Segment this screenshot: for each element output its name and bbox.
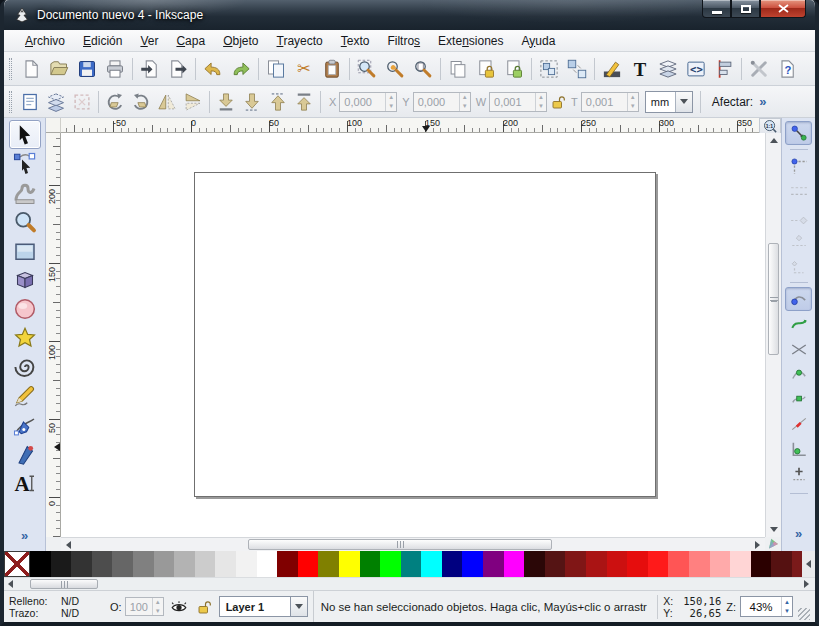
select-all-in-all-layers-button[interactable]: [43, 89, 69, 115]
vertical-ruler[interactable]: 200150100500: [46, 133, 61, 537]
lock-width-height-button[interactable]: [547, 89, 569, 115]
zoom-input-box[interactable]: 43% ▲▼: [740, 596, 793, 617]
menu-item[interactable]: Capa: [167, 31, 214, 51]
palette-swatch[interactable]: [112, 551, 133, 577]
flip-vertical-button[interactable]: [180, 89, 206, 115]
layers-button[interactable]: [654, 55, 682, 83]
zoom-spinner[interactable]: ▲▼: [781, 597, 792, 616]
tool-selector[interactable]: [9, 120, 41, 149]
unit-select[interactable]: mm: [645, 91, 693, 113]
xml-editor-button[interactable]: <>: [682, 55, 710, 83]
rotate-90-cw-button[interactable]: [128, 89, 154, 115]
tool-bezier-pen[interactable]: [9, 410, 41, 439]
color-management-toggle[interactable]: [765, 537, 781, 551]
palette-scrollbar-left-button[interactable]: [8, 578, 13, 590]
menu-item[interactable]: Ver: [131, 31, 167, 51]
scroll-up-button[interactable]: [766, 133, 781, 148]
vertical-scroll-thumb[interactable]: [768, 243, 779, 355]
horizontal-scrollbar[interactable]: [61, 537, 765, 551]
tool-node-editor[interactable]: [9, 149, 41, 178]
menu-item[interactable]: Objeto: [214, 31, 267, 51]
zoom-to-drawing-button[interactable]: [381, 55, 409, 83]
fill-stroke-indicator[interactable]: Relleno:N/D Trazo:N/D: [9, 595, 105, 619]
palette-swatch[interactable]: [524, 551, 545, 577]
cut-button[interactable]: ✂: [290, 55, 318, 83]
horizontal-ruler[interactable]: -50050100150200250300350: [61, 118, 759, 133]
snap-path-intersections-button[interactable]: [785, 337, 812, 361]
snap-cusp-nodes-button[interactable]: [785, 362, 812, 386]
print-document-button[interactable]: [101, 55, 129, 83]
menu-item[interactable]: Extensiones: [429, 31, 512, 51]
layer-lock-toggle[interactable]: [194, 597, 214, 617]
palette-swatch[interactable]: [380, 551, 401, 577]
scroll-down-button[interactable]: [766, 522, 781, 537]
vertical-scrollbar[interactable]: [765, 133, 781, 537]
minimize-button[interactable]: [702, 0, 731, 18]
lower-one-step-button[interactable]: [239, 89, 265, 115]
inkscape-preferences-button[interactable]: [745, 55, 773, 83]
select-all-button[interactable]: [17, 89, 43, 115]
toolbar-grip[interactable]: [9, 91, 12, 113]
tool-box-3d[interactable]: [9, 265, 41, 294]
redo-button[interactable]: [227, 55, 255, 83]
lower-to-bottom-button[interactable]: [213, 89, 239, 115]
menu-item[interactable]: Texto: [332, 31, 379, 51]
palette-swatch[interactable]: [401, 551, 422, 577]
save-document-button[interactable]: [73, 55, 101, 83]
layer-selector[interactable]: Layer 1: [219, 596, 308, 617]
menu-item[interactable]: Trayecto: [268, 31, 332, 51]
palette-swatch[interactable]: [627, 551, 648, 577]
titlebar[interactable]: Documento nuevo 4 - Inkscape: [4, 0, 815, 30]
scroll-right-button[interactable]: [750, 538, 765, 551]
flip-horizontal-button[interactable]: [154, 89, 180, 115]
palette-swatch-none[interactable]: [4, 551, 30, 577]
maximize-button[interactable]: [731, 0, 760, 18]
close-button[interactable]: [760, 0, 806, 18]
palette-swatch[interactable]: [710, 551, 731, 577]
zoom-to-selection-button[interactable]: [353, 55, 381, 83]
palette-swatch[interactable]: [648, 551, 669, 577]
unlink-clone-button[interactable]: [500, 55, 528, 83]
palette-swatch[interactable]: [360, 551, 381, 577]
text-and-font-button[interactable]: T: [626, 55, 654, 83]
document-properties-button[interactable]: ?: [773, 55, 801, 83]
rotate-90-ccw-button[interactable]: [102, 89, 128, 115]
palette-swatch[interactable]: [462, 551, 483, 577]
tool-star[interactable]: [9, 323, 41, 352]
align-and-distribute-button[interactable]: [710, 55, 738, 83]
fill-and-stroke-button[interactable]: [598, 55, 626, 83]
palette-swatch[interactable]: [133, 551, 154, 577]
palette-swatch[interactable]: [154, 551, 175, 577]
palette-swatch[interactable]: [565, 551, 586, 577]
create-clone-button[interactable]: [472, 55, 500, 83]
palette-swatch[interactable]: [751, 551, 772, 577]
palette-swatch[interactable]: [174, 551, 195, 577]
palette-swatch[interactable]: [318, 551, 339, 577]
palette-scroll-left-button[interactable]: [802, 551, 815, 577]
palette-swatch[interactable]: [339, 551, 360, 577]
raise-to-top-button[interactable]: [291, 89, 317, 115]
horizontal-scroll-thumb[interactable]: [248, 539, 552, 550]
palette-swatch[interactable]: [92, 551, 113, 577]
toolbox-overflow-button[interactable]: »: [21, 528, 28, 543]
palette-swatch[interactable]: [195, 551, 216, 577]
tool-tweak[interactable]: [9, 178, 41, 207]
snap-object-centers-button[interactable]: [785, 437, 812, 461]
menu-item[interactable]: Archivo: [16, 31, 74, 51]
palette-swatch[interactable]: [607, 551, 628, 577]
snapbar-overflow-button[interactable]: »: [795, 526, 802, 541]
palette-swatch[interactable]: [545, 551, 566, 577]
palette-swatch[interactable]: [215, 551, 236, 577]
tool-rectangle[interactable]: [9, 236, 41, 265]
layer-dropdown-button[interactable]: [291, 596, 308, 617]
open-document-button[interactable]: [45, 55, 73, 83]
palette-swatch[interactable]: [442, 551, 463, 577]
snap-bounding-box-button[interactable]: [785, 154, 812, 178]
import-document-button[interactable]: [136, 55, 164, 83]
palette-swatch[interactable]: [771, 551, 792, 577]
palette-swatch[interactable]: [277, 551, 298, 577]
palette-swatch[interactable]: [483, 551, 504, 577]
duplicate-button[interactable]: [444, 55, 472, 83]
menu-item[interactable]: Ayuda: [513, 31, 565, 51]
tool-ellipse[interactable]: [9, 294, 41, 323]
